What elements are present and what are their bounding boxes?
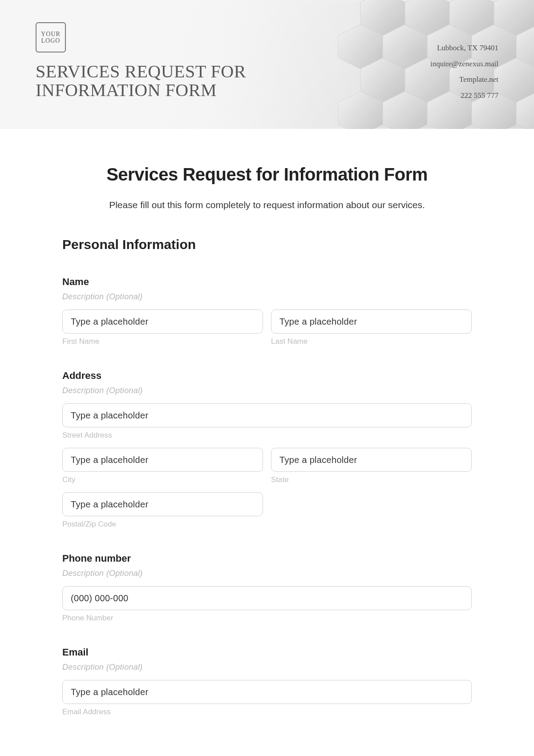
header-content: YOUR LOGO SERVICES REQUEST FOR INFORMATI…: [0, 0, 534, 104]
input-street-address[interactable]: [62, 403, 472, 427]
contact-email: inquire@zenexus.mail: [430, 56, 498, 72]
contact-block: Lubbock, TX 79401 inquire@zenexus.mail T…: [430, 22, 498, 104]
header-left: YOUR LOGO SERVICES REQUEST FOR INFORMATI…: [36, 22, 267, 104]
sublabel-phone: Phone Number: [62, 614, 472, 623]
label-address: Address: [62, 370, 472, 382]
input-postal-code[interactable]: [62, 492, 263, 516]
page: YOUR LOGO SERVICES REQUEST FOR INFORMATI…: [0, 0, 534, 756]
label-name: Name: [62, 276, 472, 288]
sublabel-first-name: First Name: [62, 337, 263, 346]
input-first-name[interactable]: [62, 310, 263, 334]
sublabel-city: City: [62, 475, 263, 484]
header-banner: YOUR LOGO SERVICES REQUEST FOR INFORMATI…: [0, 0, 534, 129]
desc-address: Description (Optional): [62, 386, 472, 395]
sublabel-email: Email Address: [62, 708, 472, 716]
input-city[interactable]: [62, 448, 263, 472]
logo-placeholder: YOUR LOGO: [36, 22, 66, 52]
desc-phone: Description (Optional): [62, 569, 472, 578]
sublabel-last-name: Last Name: [271, 337, 472, 346]
contact-phone: 222 555 777: [430, 88, 498, 104]
form-body: Services Request for Information Form Pl…: [0, 129, 534, 734]
field-name: Name Description (Optional) First Name L…: [62, 276, 472, 346]
section-personal-info: Personal Information: [62, 237, 472, 252]
field-phone: Phone number Description (Optional) Phon…: [62, 553, 472, 623]
contact-website: Template.net: [430, 72, 498, 88]
desc-email: Description (Optional): [62, 663, 472, 672]
field-address: Address Description (Optional) Street Ad…: [62, 370, 472, 529]
contact-address: Lubbock, TX 79401: [430, 40, 498, 56]
header-title: SERVICES REQUEST FOR INFORMATION FORM: [36, 62, 267, 100]
form-title: Services Request for Information Form: [62, 165, 472, 185]
form-intro: Please fill out this form completely to …: [62, 200, 472, 210]
input-email[interactable]: [62, 680, 472, 704]
input-state[interactable]: [271, 448, 472, 472]
desc-name: Description (Optional): [62, 292, 472, 302]
input-phone[interactable]: [62, 586, 472, 610]
sublabel-postal: Postal/Zip Code: [62, 520, 263, 529]
field-email: Email Description (Optional) Email Addre…: [62, 647, 472, 716]
sublabel-street: Street Address: [62, 431, 472, 440]
sublabel-state: State: [271, 475, 472, 484]
label-phone: Phone number: [62, 553, 472, 564]
input-last-name[interactable]: [271, 310, 472, 334]
label-email: Email: [62, 647, 472, 658]
